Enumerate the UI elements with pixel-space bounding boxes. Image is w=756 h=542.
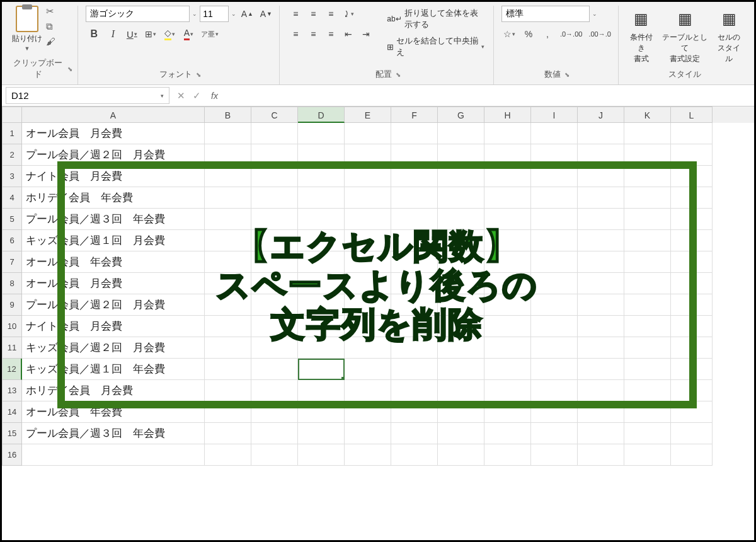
column-header[interactable]: B [205, 107, 251, 123]
cell[interactable] [251, 294, 298, 316]
cell[interactable] [251, 337, 298, 359]
row-header[interactable]: 11 [2, 337, 22, 359]
cell[interactable] [531, 316, 578, 337]
cell[interactable] [671, 359, 713, 380]
cell[interactable] [251, 230, 298, 251]
cell[interactable] [298, 401, 345, 423]
cell[interactable] [251, 401, 298, 423]
cell[interactable] [345, 423, 391, 444]
cell[interactable] [345, 251, 391, 273]
cell[interactable] [205, 144, 251, 166]
decrease-decimal-icon[interactable]: .00→.0 [587, 26, 612, 42]
cell[interactable] [624, 166, 671, 187]
italic-button[interactable]: I [105, 26, 121, 42]
cell[interactable] [671, 187, 713, 209]
cell[interactable] [671, 230, 713, 251]
column-header[interactable]: A [22, 107, 205, 123]
cell[interactable] [438, 444, 484, 466]
cell[interactable]: プール会員／週３回 年会費 [22, 209, 205, 230]
comma-format-icon[interactable]: , [539, 26, 556, 42]
cell[interactable] [251, 166, 298, 187]
cell[interactable] [251, 187, 298, 209]
cell[interactable] [624, 273, 671, 294]
dialog-launcher-icon[interactable]: ⬊ [67, 66, 72, 72]
cell[interactable] [484, 337, 531, 359]
cell[interactable] [345, 380, 391, 401]
cell[interactable] [531, 337, 578, 359]
cell[interactable] [624, 337, 671, 359]
cell[interactable] [205, 166, 251, 187]
cell[interactable] [298, 166, 345, 187]
cell[interactable] [531, 209, 578, 230]
row-header[interactable]: 6 [2, 230, 22, 251]
cell[interactable] [671, 337, 713, 359]
cancel-icon[interactable]: ✕ [177, 90, 185, 101]
font-color-button[interactable]: A▾ [180, 26, 197, 42]
cell[interactable] [484, 144, 531, 166]
cell[interactable] [298, 337, 345, 359]
cell[interactable] [251, 144, 298, 166]
conditional-format-button[interactable]: ▦ 条件付き 書式 [626, 6, 656, 66]
fx-icon[interactable]: fx [206, 91, 223, 101]
cell[interactable] [205, 401, 251, 423]
align-left-icon[interactable]: ≡ [287, 26, 304, 42]
column-header[interactable]: F [391, 107, 438, 123]
align-bottom-icon[interactable]: ≡ [323, 6, 339, 22]
cell[interactable] [345, 187, 391, 209]
increase-decimal-icon[interactable]: .0→.00 [558, 26, 584, 42]
cell[interactable] [484, 123, 531, 144]
phonetic-button[interactable]: ア亜▾ [199, 26, 220, 42]
align-center-icon[interactable]: ≡ [305, 26, 321, 42]
name-box[interactable]: D12 ▾ [6, 87, 169, 104]
column-header[interactable]: J [578, 107, 624, 123]
merge-center-button[interactable]: ⊞ セルを結合して中央揃え ▾ [383, 33, 488, 60]
cell[interactable] [298, 251, 345, 273]
cell[interactable] [578, 380, 624, 401]
chevron-down-icon[interactable]: ▾ [481, 43, 484, 50]
cell[interactable]: オール会員 月会費 [22, 123, 205, 144]
cell[interactable] [251, 380, 298, 401]
cell[interactable] [391, 144, 438, 166]
cell[interactable] [624, 380, 671, 401]
cut-icon[interactable]: ✂ [46, 6, 55, 17]
cell[interactable] [484, 230, 531, 251]
select-all-corner[interactable] [2, 107, 22, 123]
row-header[interactable]: 3 [2, 166, 22, 187]
cell[interactable] [438, 316, 484, 337]
cell[interactable]: キッズ会員／週１回 年会費 [22, 359, 205, 380]
cell[interactable] [205, 273, 251, 294]
row-header[interactable]: 10 [2, 316, 22, 337]
cell[interactable] [251, 444, 298, 466]
cell[interactable] [484, 209, 531, 230]
cell[interactable] [531, 166, 578, 187]
cell[interactable] [438, 337, 484, 359]
cell[interactable] [205, 230, 251, 251]
cell[interactable] [484, 380, 531, 401]
cell[interactable] [484, 316, 531, 337]
cell[interactable] [531, 230, 578, 251]
cell[interactable] [671, 273, 713, 294]
cell[interactable]: ホリデイ会員 年会費 [22, 187, 205, 209]
cell[interactable] [578, 337, 624, 359]
number-format-select[interactable] [501, 6, 590, 22]
row-header[interactable]: 16 [2, 444, 22, 466]
cell[interactable] [391, 423, 438, 444]
cell[interactable] [531, 401, 578, 423]
cell[interactable] [298, 444, 345, 466]
cell[interactable] [298, 273, 345, 294]
cell[interactable] [578, 273, 624, 294]
align-middle-icon[interactable]: ≡ [305, 6, 321, 22]
cell[interactable] [624, 423, 671, 444]
cell[interactable] [391, 359, 438, 380]
cell[interactable] [205, 316, 251, 337]
cell[interactable] [298, 144, 345, 166]
border-button[interactable]: ⊞▾ [142, 26, 159, 42]
row-header[interactable]: 5 [2, 209, 22, 230]
wrap-text-button[interactable]: ab↵ 折り返して全体を表示する [383, 6, 488, 32]
column-header[interactable]: D [298, 107, 345, 123]
cell[interactable] [298, 123, 345, 144]
cell[interactable] [205, 423, 251, 444]
chevron-down-icon[interactable]: ⌄ [231, 11, 236, 17]
cell[interactable] [671, 401, 713, 423]
worksheet-grid[interactable]: ABCDEFGHIJKL 1オール会員 月会費2プール会員／週２回 月会費3ナイ… [2, 107, 754, 540]
